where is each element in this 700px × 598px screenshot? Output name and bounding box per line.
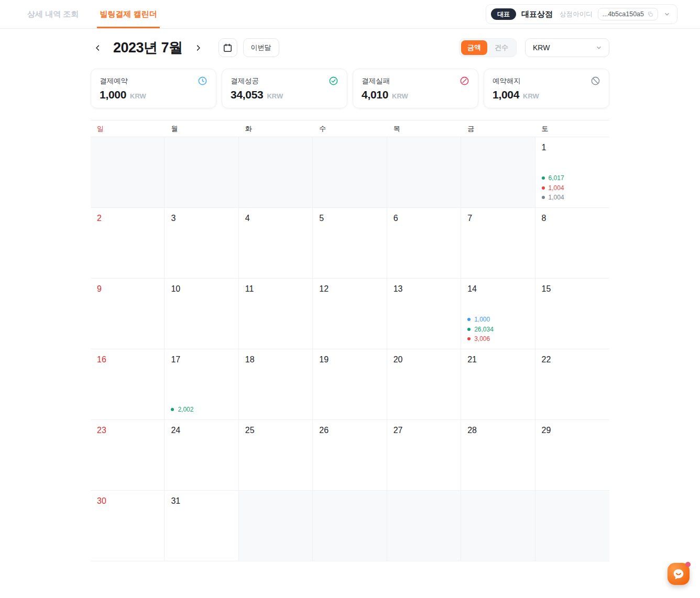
calendar-cell-empty — [387, 137, 461, 208]
day-number: 31 — [171, 496, 232, 506]
unit-toggle-group: 금액 건수 — [459, 38, 517, 57]
prev-month-button[interactable] — [91, 41, 104, 54]
day-number: 23 — [97, 425, 158, 435]
tab-bar: 상세 내역 조회 빌링결제 캘린더 — [25, 0, 160, 28]
merchant-id-text: ...4b5ca150a5 — [603, 10, 644, 18]
card-value: 1,000 — [100, 88, 126, 101]
currency-select[interactable]: KRW — [525, 38, 609, 57]
entry-value: 1,004 — [549, 194, 564, 201]
card-label: 결제성공 — [231, 76, 259, 86]
calendar-day-cell[interactable]: 3 — [165, 208, 238, 279]
chevron-down-icon[interactable] — [663, 10, 671, 18]
day-number: 19 — [319, 355, 380, 364]
entry-dot — [467, 318, 471, 321]
merchant-id-value[interactable]: ...4b5ca150a5 — [598, 8, 658, 20]
merchant-name: 대표상점 — [521, 9, 553, 19]
day-number: 27 — [393, 425, 454, 435]
entry-value: 1,004 — [549, 184, 564, 192]
merchant-badge: 대표 — [491, 8, 516, 20]
tab-billing-calendar[interactable]: 빌링결제 캘린더 — [97, 0, 159, 28]
calendar-day-cell[interactable]: 23 — [91, 420, 165, 491]
weekday-label: 수 — [313, 124, 387, 134]
tab-detail-history[interactable]: 상세 내역 조회 — [25, 0, 81, 28]
entry-dot — [542, 186, 545, 190]
calendar-day-cell[interactable]: 22 — [535, 349, 609, 420]
day-number: 2 — [97, 213, 158, 223]
toggle-amount-button[interactable]: 금액 — [461, 40, 487, 55]
card-reservation-canceled: 예약해지 1,004 KRW — [484, 69, 609, 108]
calendar-day-cell[interactable]: 4 — [239, 208, 313, 279]
calendar-cell-empty — [535, 491, 609, 561]
calendar-day-cell[interactable]: 12 — [313, 279, 387, 349]
summary-cards: 결제예약 1,000 KRW 결제성공 — [91, 69, 609, 108]
day-number: 30 — [97, 496, 158, 506]
day-number: 16 — [97, 355, 158, 364]
next-month-button[interactable] — [192, 41, 205, 54]
date-picker-button[interactable] — [218, 38, 237, 57]
payment-entry: 1,004 — [542, 194, 603, 201]
entry-dot — [542, 176, 545, 180]
day-number: 29 — [542, 425, 603, 435]
calendar-day-cell[interactable]: 13 — [387, 279, 461, 349]
payment-entry: 2,002 — [171, 406, 232, 413]
calendar-day-cell[interactable]: 31 — [165, 491, 238, 561]
calendar-day-cell[interactable]: 28 — [461, 420, 535, 491]
calendar-day-cell[interactable]: 6 — [387, 208, 461, 279]
calendar-cell-empty — [239, 137, 313, 208]
calendar-day-cell[interactable]: 5 — [313, 208, 387, 279]
calendar-cell-empty — [91, 137, 165, 208]
entry-value: 1,000 — [474, 316, 490, 323]
calendar-day-cell[interactable]: 26 — [313, 420, 387, 491]
day-number: 8 — [542, 213, 603, 223]
card-payment-success: 결제성공 34,053 KRW — [222, 69, 347, 108]
calendar-day-cell[interactable]: 24 — [165, 420, 238, 491]
this-month-button[interactable]: 이번달 — [243, 38, 279, 57]
calendar-day-cell[interactable]: 172,002 — [165, 349, 238, 420]
card-value: 4,010 — [362, 88, 388, 101]
calendar-day-cell[interactable]: 18 — [239, 349, 313, 420]
card-currency: KRW — [392, 92, 408, 100]
merchant-selector[interactable]: 대표 대표상점 상점아이디 ...4b5ca150a5 — [486, 4, 677, 24]
chat-widget-button[interactable] — [668, 563, 690, 585]
calendar-cell-empty — [313, 491, 387, 561]
calendar-day-cell[interactable]: 27 — [387, 420, 461, 491]
calendar-day-cell[interactable]: 16 — [91, 349, 165, 420]
day-number: 17 — [171, 355, 232, 364]
calendar-day-cell[interactable]: 21 — [461, 349, 535, 420]
calendar-day-cell[interactable]: 16,0171,0041,004 — [535, 137, 609, 208]
calendar-day-cell[interactable]: 19 — [313, 349, 387, 420]
day-number: 5 — [319, 213, 380, 223]
payment-entry: 6,017 — [542, 174, 603, 182]
toggle-count-button[interactable]: 건수 — [488, 40, 515, 55]
copy-icon[interactable] — [647, 11, 653, 17]
calendar-day-cell[interactable]: 11 — [239, 279, 313, 349]
day-number: 18 — [245, 355, 306, 364]
card-value: 1,004 — [493, 88, 519, 101]
payment-entry: 1,004 — [542, 184, 603, 192]
calendar-icon — [223, 43, 233, 53]
day-entries: 6,0171,0041,004 — [542, 174, 603, 201]
calendar-cell-empty — [461, 137, 535, 208]
calendar-day-cell[interactable]: 9 — [91, 279, 165, 349]
currency-value: KRW — [533, 43, 550, 52]
day-number: 3 — [171, 213, 232, 223]
calendar-day-cell[interactable]: 8 — [535, 208, 609, 279]
card-payment-failed: 결제실패 4,010 KRW — [353, 69, 478, 108]
entry-value: 26,034 — [474, 326, 494, 333]
calendar-day-cell[interactable]: 2 — [91, 208, 165, 279]
entry-dot — [542, 196, 545, 199]
calendar-day-cell[interactable]: 25 — [239, 420, 313, 491]
calendar-day-cell[interactable]: 29 — [535, 420, 609, 491]
calendar-day-cell[interactable]: 10 — [165, 279, 238, 349]
calendar-day-cell[interactable]: 15 — [535, 279, 609, 349]
payment-entry: 3,006 — [467, 335, 528, 342]
day-number: 28 — [467, 425, 528, 435]
calendar-day-cell[interactable]: 7 — [461, 208, 535, 279]
calendar-day-cell[interactable]: 20 — [387, 349, 461, 420]
calendar-day-cell[interactable]: 30 — [91, 491, 165, 561]
calendar-day-cell[interactable]: 141,00026,0343,006 — [461, 279, 535, 349]
chevron-down-icon — [595, 44, 603, 51]
card-currency: KRW — [523, 92, 539, 100]
day-number: 1 — [542, 142, 603, 152]
entry-value: 6,017 — [549, 174, 564, 182]
